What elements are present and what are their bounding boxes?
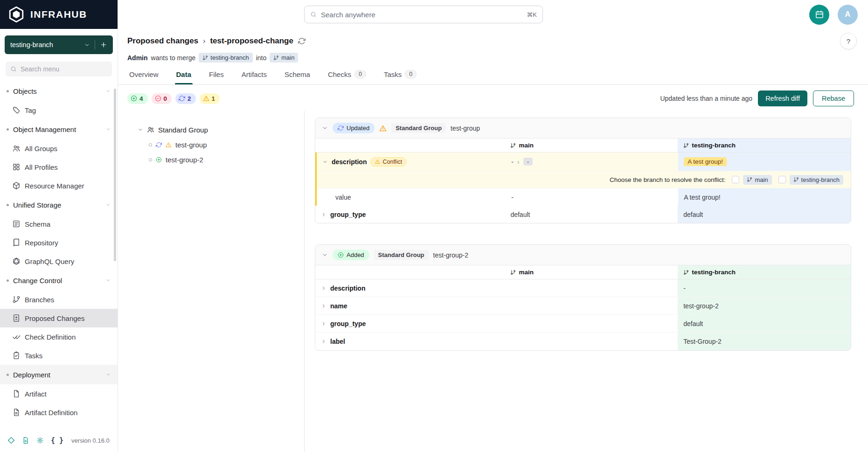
- sidebar-footer: { } version 0.16.0: [0, 429, 118, 452]
- help-button[interactable]: ?: [840, 33, 857, 49]
- tab-bar: Overview Data Files Artifacts Schema Che…: [127, 70, 857, 84]
- tab-artifacts[interactable]: Artifacts: [242, 70, 267, 84]
- diff-row-group-type: group_type default: [315, 315, 851, 333]
- diff-row-name: name test-group-2: [315, 297, 851, 315]
- tree-node-test-group-2[interactable]: test-group-2: [118, 152, 304, 167]
- main-value-cell: [505, 333, 678, 350]
- branch-selector[interactable]: testing-branch: [5, 35, 113, 54]
- sidebar-item-all-groups[interactable]: All Groups: [0, 139, 118, 158]
- target-branch-label: main: [281, 54, 294, 61]
- tab-schema[interactable]: Schema: [285, 70, 310, 84]
- diff-tree-panel: Standard Group test-group test-group-2: [118, 111, 305, 452]
- tree-node-standard-group[interactable]: Standard Group: [118, 122, 304, 137]
- settings-gear-icon[interactable]: [36, 437, 44, 444]
- object-name: test-group-2: [433, 251, 468, 259]
- sidebar-scrollbar[interactable]: [114, 89, 116, 261]
- sidebar-section-object-management[interactable]: Object Management: [0, 119, 118, 139]
- sidebar-item-artifact[interactable]: Artifact: [0, 384, 118, 403]
- sidebar-item-repository[interactable]: Repository: [0, 233, 118, 252]
- tab-overview[interactable]: Overview: [129, 70, 159, 84]
- property-name: group_type: [330, 320, 366, 327]
- property-cell[interactable]: group_type: [315, 315, 505, 332]
- resolve-branch-option: testing-branch: [778, 175, 843, 185]
- add-branch-button[interactable]: [100, 41, 107, 49]
- updated-status-pill: Updated: [333, 123, 375, 133]
- sidebar-item-label: Branches: [25, 296, 54, 304]
- conflict-count: 1: [212, 95, 215, 102]
- section-label: Objects: [13, 87, 37, 95]
- conflict-badge: Conflict: [370, 157, 407, 167]
- diff-card-header[interactable]: Updated Standard Group test-group: [315, 118, 851, 139]
- rebase-button[interactable]: Rebase: [813, 90, 854, 106]
- sidebar-section-objects[interactable]: Objects: [0, 81, 118, 101]
- value: A test group!: [684, 194, 721, 201]
- sidebar-item-proposed-changes[interactable]: Proposed Changes: [0, 309, 118, 327]
- sidebar-item-tasks[interactable]: Tasks: [0, 346, 118, 365]
- sidebar-item-label: All Groups: [25, 145, 57, 153]
- status-label: Added: [347, 251, 364, 258]
- merge-verb: wants to merge: [151, 54, 196, 62]
- chevron-down-icon: [105, 372, 111, 377]
- topbar-right: A: [809, 5, 868, 25]
- property-cell[interactable]: group_type: [315, 206, 505, 223]
- sidebar-item-label: GraphQL Query: [25, 257, 74, 265]
- docs-icon[interactable]: [22, 437, 29, 444]
- property-cell[interactable]: description Conflict: [317, 153, 506, 171]
- branch-value-cell: A test group!: [678, 188, 851, 206]
- sidebar-item-schema[interactable]: Schema: [0, 215, 118, 233]
- sidebar-item-resource-manager[interactable]: Resource Manager: [0, 176, 118, 195]
- resolve-branch-checkbox[interactable]: [778, 176, 786, 183]
- resolve-main-checkbox[interactable]: [732, 176, 739, 183]
- double-check-icon: [12, 333, 21, 341]
- property-cell[interactable]: description: [315, 279, 505, 297]
- property-cell[interactable]: name: [315, 297, 505, 314]
- tree-node-test-group[interactable]: test-group: [118, 137, 304, 152]
- avatar[interactable]: A: [838, 5, 858, 25]
- sidebar-item-tag[interactable]: Tag: [0, 101, 118, 119]
- updated-count-badge: 2: [175, 93, 196, 104]
- schedule-button[interactable]: [809, 5, 829, 25]
- sidebar-section-change-control[interactable]: Change Control: [0, 271, 118, 290]
- chevron-right-icon: [321, 339, 326, 344]
- infrahub-logo-icon: [7, 6, 25, 23]
- column-label: main: [519, 269, 534, 276]
- diff-card-test-group-2: Added Standard Group test-group-2 main t…: [315, 244, 851, 351]
- code-braces-icon[interactable]: { }: [51, 436, 63, 445]
- chevron-down-icon[interactable]: [322, 125, 328, 131]
- object-kind-badge: Standard Group: [374, 250, 429, 260]
- tab-files[interactable]: Files: [209, 70, 224, 84]
- refresh-proposed-change-icon[interactable]: [298, 37, 306, 45]
- tab-tasks[interactable]: Tasks0: [384, 70, 417, 84]
- section-bullet-icon: [7, 128, 9, 131]
- sidebar-item-artifact-definition[interactable]: Artifact Definition: [0, 403, 118, 422]
- menu-search-input[interactable]: [21, 65, 107, 73]
- sidebar-item-label: Tag: [25, 106, 36, 114]
- breadcrumb-parent-link[interactable]: Proposed changes: [127, 36, 198, 46]
- sidebar-item-all-profiles[interactable]: All Profiles: [0, 158, 118, 176]
- community-icon[interactable]: [7, 437, 15, 444]
- property-cell[interactable]: label: [315, 333, 505, 350]
- sidebar-section-unified-storage[interactable]: Unified Storage: [0, 195, 118, 215]
- chevron-down-icon[interactable]: [138, 127, 143, 132]
- diff-card-header[interactable]: Added Standard Group test-group-2: [315, 245, 851, 265]
- object-kind-badge: Standard Group: [391, 123, 446, 133]
- property-name: description: [332, 158, 367, 166]
- infrahub-logo[interactable]: INFRAHUB: [0, 0, 118, 29]
- diff-row-label: label Test-Group-2: [315, 333, 851, 350]
- tab-label: Files: [209, 70, 224, 78]
- sidebar-item-check-definition[interactable]: Check Definition: [0, 327, 118, 346]
- added-status-pill: Added: [333, 250, 369, 260]
- sidebar-item-graphql-query[interactable]: GraphQL Query: [0, 252, 118, 271]
- version-label: version 0.16.0: [71, 437, 110, 444]
- diff-card-test-group: Updated Standard Group test-group main t…: [315, 118, 851, 223]
- main-value-cell: -: [506, 188, 678, 206]
- global-search-input[interactable]: [321, 11, 522, 19]
- chevron-down-icon[interactable]: [322, 252, 328, 258]
- conflict-count-badge: 1: [200, 93, 220, 104]
- sidebar-item-branches[interactable]: Branches: [0, 290, 118, 309]
- refresh-diff-button[interactable]: Refresh diff: [758, 90, 807, 106]
- tab-checks[interactable]: Checks0: [328, 70, 366, 84]
- sidebar-section-deployment[interactable]: Deployment: [0, 365, 118, 384]
- tree-bullet-icon: [149, 158, 152, 161]
- tab-data[interactable]: Data: [176, 70, 192, 84]
